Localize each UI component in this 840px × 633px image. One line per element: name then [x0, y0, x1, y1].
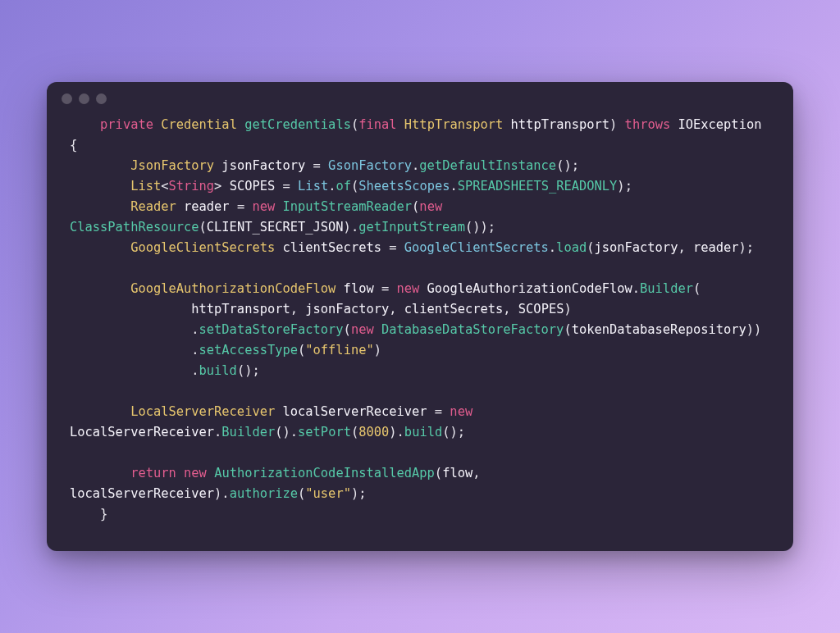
- code-block: private Credential getCredentials(final …: [47, 115, 793, 550]
- type-credential: Credential: [161, 117, 237, 132]
- param-httptransport: httpTransport: [511, 117, 609, 132]
- method-getcredentials: getCredentials: [244, 117, 351, 132]
- minimize-icon[interactable]: [79, 93, 89, 104]
- close-icon[interactable]: [62, 93, 72, 104]
- type-httptransport: HttpTransport: [404, 117, 503, 132]
- type-gsonfactory: GsonFactory: [328, 158, 412, 173]
- keyword-final: final: [358, 117, 396, 132]
- type-googleauthcodeflow: GoogleAuthorizationCodeFlow: [130, 281, 336, 296]
- type-jsonfactory: JsonFactory: [130, 158, 214, 173]
- window-titlebar: [47, 82, 793, 115]
- number-port: 8000: [358, 425, 389, 439]
- keyword-return: return: [130, 466, 176, 480]
- keyword-private: private: [100, 117, 153, 132]
- string-user: "user": [305, 486, 351, 501]
- type-reader: Reader: [130, 199, 176, 214]
- type-googleclientsecrets: GoogleClientSecrets: [130, 240, 275, 255]
- type-sheetsscopes: SheetsScopes: [358, 179, 450, 194]
- keyword-throws: throws: [625, 117, 671, 132]
- type-ioexception: IOException: [678, 117, 762, 132]
- keyword-new: new: [252, 199, 275, 214]
- type-localserverreceiver: LocalServerReceiver: [130, 404, 275, 419]
- type-list: List: [130, 179, 161, 194]
- maximize-icon[interactable]: [96, 93, 107, 104]
- code-window: private Credential getCredentials(final …: [47, 82, 793, 550]
- string-offline: "offline": [305, 343, 373, 357]
